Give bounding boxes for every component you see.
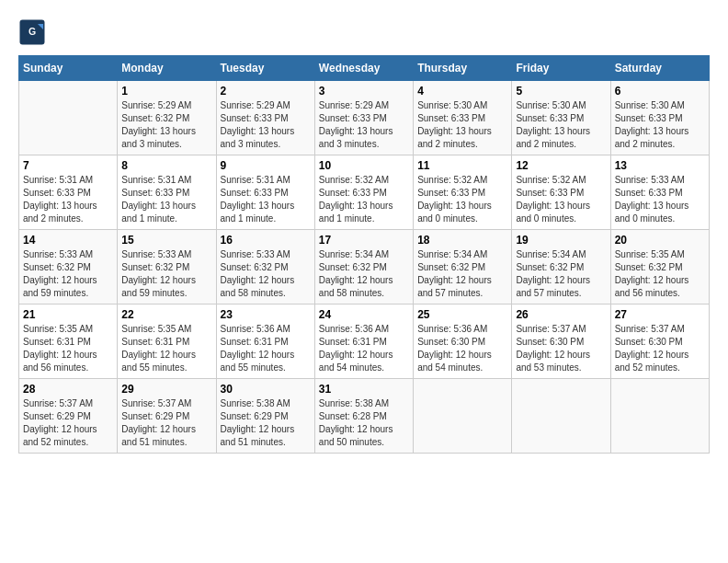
- calendar-cell: 21Sunrise: 5:35 AM Sunset: 6:31 PM Dayli…: [19, 304, 118, 379]
- calendar-week-3: 14Sunrise: 5:33 AM Sunset: 6:32 PM Dayli…: [19, 230, 710, 304]
- day-info: Sunrise: 5:35 AM Sunset: 6:31 PM Dayligh…: [121, 323, 211, 374]
- calendar-cell: 15Sunrise: 5:33 AM Sunset: 6:32 PM Dayli…: [118, 230, 216, 304]
- day-info: Sunrise: 5:34 AM Sunset: 6:32 PM Dayligh…: [319, 248, 409, 300]
- calendar-week-4: 21Sunrise: 5:35 AM Sunset: 6:31 PM Dayli…: [19, 304, 710, 379]
- day-info: Sunrise: 5:31 AM Sunset: 6:33 PM Dayligh…: [23, 174, 113, 225]
- day-info: Sunrise: 5:33 AM Sunset: 6:32 PM Dayligh…: [23, 248, 113, 300]
- day-number: 17: [319, 234, 409, 247]
- day-number: 11: [417, 159, 507, 172]
- day-info: Sunrise: 5:31 AM Sunset: 6:33 PM Dayligh…: [121, 174, 211, 225]
- day-info: Sunrise: 5:36 AM Sunset: 6:31 PM Dayligh…: [319, 323, 409, 374]
- calendar-cell: 2Sunrise: 5:29 AM Sunset: 6:33 PM Daylig…: [216, 81, 314, 155]
- day-info: Sunrise: 5:36 AM Sunset: 6:30 PM Dayligh…: [417, 323, 507, 374]
- day-info: Sunrise: 5:37 AM Sunset: 6:30 PM Dayligh…: [615, 323, 705, 374]
- day-number: 4: [417, 85, 507, 98]
- day-info: Sunrise: 5:29 AM Sunset: 6:32 PM Dayligh…: [121, 99, 211, 151]
- page-header: G: [18, 18, 710, 46]
- day-info: Sunrise: 5:32 AM Sunset: 6:33 PM Dayligh…: [319, 174, 409, 225]
- calendar-header-row: SundayMondayTuesdayWednesdayThursdayFrid…: [19, 56, 710, 81]
- calendar-cell: 26Sunrise: 5:37 AM Sunset: 6:30 PM Dayli…: [512, 304, 610, 379]
- day-number: 27: [615, 308, 705, 321]
- day-info: Sunrise: 5:34 AM Sunset: 6:32 PM Dayligh…: [516, 248, 606, 300]
- day-number: 21: [23, 308, 113, 321]
- calendar-cell: 8Sunrise: 5:31 AM Sunset: 6:33 PM Daylig…: [118, 155, 216, 230]
- day-number: 3: [319, 85, 409, 98]
- day-info: Sunrise: 5:33 AM Sunset: 6:32 PM Dayligh…: [121, 248, 211, 300]
- day-info: Sunrise: 5:37 AM Sunset: 6:29 PM Dayligh…: [121, 397, 211, 449]
- calendar-cell: [19, 81, 118, 155]
- calendar-cell: 12Sunrise: 5:32 AM Sunset: 6:33 PM Dayli…: [512, 155, 610, 230]
- day-number: 2: [221, 85, 311, 98]
- calendar-cell: [610, 379, 709, 454]
- day-info: Sunrise: 5:30 AM Sunset: 6:33 PM Dayligh…: [615, 99, 705, 151]
- calendar-cell: 25Sunrise: 5:36 AM Sunset: 6:30 PM Dayli…: [414, 304, 512, 379]
- calendar-week-5: 28Sunrise: 5:37 AM Sunset: 6:29 PM Dayli…: [19, 379, 710, 454]
- day-number: 19: [516, 234, 606, 247]
- calendar-cell: 29Sunrise: 5:37 AM Sunset: 6:29 PM Dayli…: [118, 379, 216, 454]
- day-info: Sunrise: 5:31 AM Sunset: 6:33 PM Dayligh…: [221, 174, 311, 225]
- day-info: Sunrise: 5:33 AM Sunset: 6:33 PM Dayligh…: [615, 174, 705, 225]
- calendar-cell: 10Sunrise: 5:32 AM Sunset: 6:33 PM Dayli…: [314, 155, 413, 230]
- day-number: 16: [221, 234, 311, 247]
- day-number: 31: [319, 383, 409, 396]
- calendar-cell: 14Sunrise: 5:33 AM Sunset: 6:32 PM Dayli…: [19, 230, 118, 304]
- calendar-week-2: 7Sunrise: 5:31 AM Sunset: 6:33 PM Daylig…: [19, 155, 710, 230]
- day-number: 5: [516, 85, 606, 98]
- calendar-table: SundayMondayTuesdayWednesdayThursdayFrid…: [18, 55, 710, 454]
- day-info: Sunrise: 5:35 AM Sunset: 6:31 PM Dayligh…: [23, 323, 113, 374]
- calendar-header-wednesday: Wednesday: [314, 56, 413, 81]
- day-number: 22: [121, 308, 211, 321]
- calendar-week-1: 1Sunrise: 5:29 AM Sunset: 6:32 PM Daylig…: [19, 81, 710, 155]
- day-number: 20: [615, 234, 705, 247]
- logo: G: [18, 18, 50, 46]
- day-info: Sunrise: 5:38 AM Sunset: 6:29 PM Dayligh…: [221, 397, 311, 449]
- calendar-cell: 31Sunrise: 5:38 AM Sunset: 6:28 PM Dayli…: [314, 379, 413, 454]
- calendar-cell: 30Sunrise: 5:38 AM Sunset: 6:29 PM Dayli…: [216, 379, 314, 454]
- day-number: 1: [121, 85, 211, 98]
- day-info: Sunrise: 5:30 AM Sunset: 6:33 PM Dayligh…: [417, 99, 507, 151]
- day-number: 10: [319, 159, 409, 172]
- svg-text:G: G: [28, 26, 36, 37]
- day-number: 7: [23, 159, 113, 172]
- logo-icon: G: [18, 18, 46, 46]
- day-number: 12: [516, 159, 606, 172]
- day-info: Sunrise: 5:34 AM Sunset: 6:32 PM Dayligh…: [417, 248, 507, 300]
- calendar-cell: 1Sunrise: 5:29 AM Sunset: 6:32 PM Daylig…: [118, 81, 216, 155]
- day-info: Sunrise: 5:29 AM Sunset: 6:33 PM Dayligh…: [319, 99, 409, 151]
- calendar-cell: 4Sunrise: 5:30 AM Sunset: 6:33 PM Daylig…: [414, 81, 512, 155]
- day-number: 13: [615, 159, 705, 172]
- day-info: Sunrise: 5:30 AM Sunset: 6:33 PM Dayligh…: [516, 99, 606, 151]
- day-info: Sunrise: 5:35 AM Sunset: 6:32 PM Dayligh…: [615, 248, 705, 300]
- calendar-cell: 13Sunrise: 5:33 AM Sunset: 6:33 PM Dayli…: [610, 155, 709, 230]
- day-info: Sunrise: 5:37 AM Sunset: 6:30 PM Dayligh…: [516, 323, 606, 374]
- day-number: 28: [23, 383, 113, 396]
- calendar-header-sunday: Sunday: [19, 56, 118, 81]
- calendar-cell: 7Sunrise: 5:31 AM Sunset: 6:33 PM Daylig…: [19, 155, 118, 230]
- calendar-cell: 16Sunrise: 5:33 AM Sunset: 6:32 PM Dayli…: [216, 230, 314, 304]
- calendar-header-saturday: Saturday: [610, 56, 709, 81]
- calendar-cell: 24Sunrise: 5:36 AM Sunset: 6:31 PM Dayli…: [314, 304, 413, 379]
- calendar-cell: 5Sunrise: 5:30 AM Sunset: 6:33 PM Daylig…: [512, 81, 610, 155]
- calendar-header-friday: Friday: [512, 56, 610, 81]
- day-info: Sunrise: 5:33 AM Sunset: 6:32 PM Dayligh…: [221, 248, 311, 300]
- calendar-cell: 9Sunrise: 5:31 AM Sunset: 6:33 PM Daylig…: [216, 155, 314, 230]
- calendar-cell: 3Sunrise: 5:29 AM Sunset: 6:33 PM Daylig…: [314, 81, 413, 155]
- calendar-cell: 28Sunrise: 5:37 AM Sunset: 6:29 PM Dayli…: [19, 379, 118, 454]
- calendar-cell: 17Sunrise: 5:34 AM Sunset: 6:32 PM Dayli…: [314, 230, 413, 304]
- day-number: 23: [221, 308, 311, 321]
- day-number: 8: [121, 159, 211, 172]
- calendar-cell: 22Sunrise: 5:35 AM Sunset: 6:31 PM Dayli…: [118, 304, 216, 379]
- day-info: Sunrise: 5:29 AM Sunset: 6:33 PM Dayligh…: [221, 99, 311, 151]
- calendar-header-tuesday: Tuesday: [216, 56, 314, 81]
- calendar-cell: [512, 379, 610, 454]
- calendar-cell: 11Sunrise: 5:32 AM Sunset: 6:33 PM Dayli…: [414, 155, 512, 230]
- calendar-cell: 18Sunrise: 5:34 AM Sunset: 6:32 PM Dayli…: [414, 230, 512, 304]
- day-number: 14: [23, 234, 113, 247]
- day-number: 30: [221, 383, 311, 396]
- calendar-cell: 6Sunrise: 5:30 AM Sunset: 6:33 PM Daylig…: [610, 81, 709, 155]
- calendar-cell: [414, 379, 512, 454]
- calendar-cell: 27Sunrise: 5:37 AM Sunset: 6:30 PM Dayli…: [610, 304, 709, 379]
- day-number: 25: [417, 308, 507, 321]
- calendar-cell: 23Sunrise: 5:36 AM Sunset: 6:31 PM Dayli…: [216, 304, 314, 379]
- calendar-header-thursday: Thursday: [414, 56, 512, 81]
